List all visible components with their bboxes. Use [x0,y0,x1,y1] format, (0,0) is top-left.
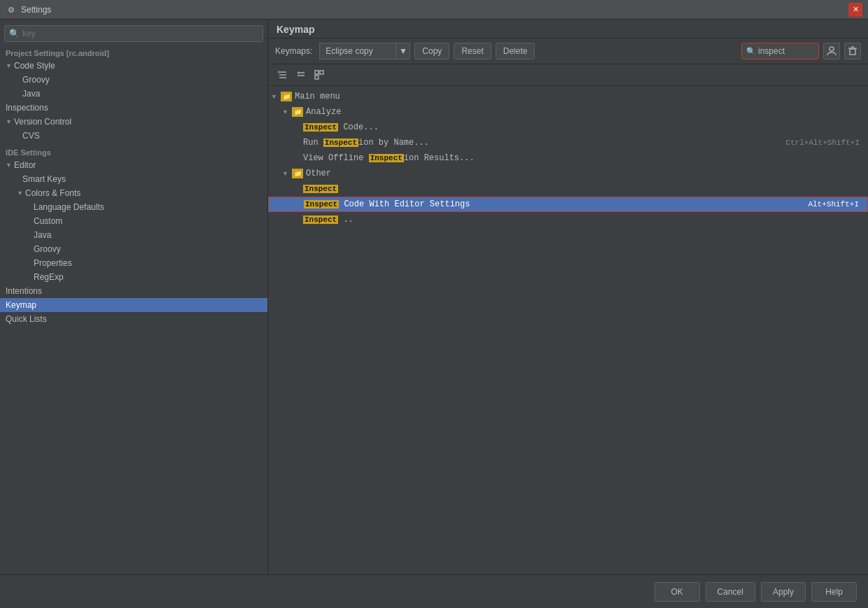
sidebar-item-quick-lists[interactable]: Quick Lists [0,312,267,326]
km-inspect-action[interactable]: Inspect [268,181,868,197]
close-button[interactable]: ✕ [848,3,862,17]
inspect-editor-highlight: Inspect [304,200,339,208]
sidebar-item-label: Java [0,230,51,240]
inspect-action-highlight: Inspect [303,185,338,193]
bottom-bar: OK Cancel Apply Help [0,574,868,608]
km-analyze-label: Analyze [306,107,862,117]
km-inspect-editor-shortcut: Alt+Shift+I [808,200,859,208]
sidebar-item-editor[interactable]: ▼ Editor [0,158,267,172]
sidebar-item-label: Groovy [0,244,61,254]
sidebar-item-label: Intentions [0,286,42,296]
collapse-all-button[interactable] [293,67,309,83]
km-main-menu-label: Main menu [295,92,862,101]
svg-rect-13 [315,76,318,79]
sidebar-search-input[interactable] [22,29,258,38]
expand-all-button[interactable] [275,67,290,83]
user-icon [826,45,837,57]
km-run-inspection-shortcut: Ctrl+Alt+Shift+I [785,139,860,147]
sidebar-item-keymap[interactable]: Keymap [0,298,267,312]
sidebar-item-smart-keys[interactable]: Smart Keys [0,172,267,186]
other-folder-icon: 📁 [292,169,303,178]
sidebar-item-label: ▼ Editor [0,160,36,170]
km-inspect-dots-label: Inspect .. [303,215,860,225]
main-container: 🔍 Project Settings [rc.android] ▼ Code S… [0,20,868,574]
km-inspect-action-label: Inspect [303,184,860,194]
panel-title: Keymap [268,20,868,38]
sidebar-item-properties[interactable]: Properties [0,256,267,270]
project-settings-header: Project Settings [rc.android] [0,46,267,59]
sidebar-item-regexp[interactable]: RegExp [0,270,267,284]
sidebar-item-version-control[interactable]: ▼ Version Control [0,115,267,129]
sidebar-item-groovy[interactable]: Groovy [0,73,267,87]
colors-fonts-arrow: ▼ [17,190,25,197]
user-icon-button[interactable] [823,43,840,59]
ok-button[interactable]: OK [654,582,700,602]
sidebar-item-inspections[interactable]: Inspections [0,101,267,115]
delete-button[interactable]: Delete [496,43,536,59]
keymaps-label: Keymaps: [275,46,312,56]
sidebar-item-code-style[interactable]: ▼ Code Style [0,59,267,73]
sidebar-item-java[interactable]: Java [0,87,267,101]
code-style-arrow: ▼ [6,62,14,69]
sidebar-item-cvs[interactable]: CVS [0,129,267,143]
search-icon: 🔍 [9,29,20,38]
right-panel: Keymap Keymaps: Eclipse copy ▼ Copy Rese… [268,20,868,574]
svg-rect-12 [320,71,323,74]
sidebar-search-wrapper[interactable]: 🔍 [4,25,263,42]
svg-point-2 [830,47,834,51]
sidebar-item-colors-fonts[interactable]: ▼ Colors & Fonts [0,186,267,200]
settings-icon [6,4,17,15]
km-main-menu[interactable]: ▼ 📁 Main menu [268,89,868,104]
km-analyze[interactable]: ▼ 📁 Analyze [268,104,868,120]
sidebar-item-label: Language Defaults [0,202,104,212]
ide-settings-header: IDE Settings [0,146,267,158]
km-other-label: Other [306,169,862,178]
km-run-inspection[interactable]: Run Inspection by Name... Ctrl+Alt+Shift… [268,135,868,150]
sidebar-item-label: CVS [0,131,40,141]
km-other[interactable]: ▼ 📁 Other [268,166,868,181]
km-inspect-dots[interactable]: Inspect .. [268,212,868,227]
sidebar-item-label: Properties [0,258,72,268]
sidebar-item-label: ▼ Version Control [0,117,71,127]
collapse-icon [295,69,307,80]
help-button[interactable]: Help [811,582,857,602]
sidebar-item-label: RegExp [0,272,64,282]
keymap-value[interactable]: Eclipse copy [319,43,396,59]
analyze-folder-icon: 📁 [292,107,303,117]
km-inspect-code-editor[interactable]: Inspect Code With Editor Settings Alt+Sh… [268,197,868,212]
editor-arrow: ▼ [6,162,14,169]
svg-rect-3 [850,49,855,55]
inspect-highlight: Inspect [303,123,338,132]
sidebar-item-language-defaults[interactable]: Language Defaults [0,200,267,214]
km-view-offline[interactable]: View Offline Inspection Results... [268,150,868,166]
titlebar: Settings ✕ [0,0,868,20]
window-title: Settings [21,5,848,15]
folder-icon: 📁 [281,92,292,101]
km-run-inspection-label: Run Inspection by Name... [303,138,785,148]
keymap-toolbar: Keymaps: Eclipse copy ▼ Copy Reset Delet… [268,38,868,64]
sidebar: 🔍 Project Settings [rc.android] ▼ Code S… [0,20,268,574]
keymap-tree: ▼ 📁 Main menu ▼ 📁 Analyze Inspect Code..… [268,86,868,574]
settings-tree-icon [314,69,325,80]
cancel-button[interactable]: Cancel [706,582,755,602]
sidebar-item-java-cf[interactable]: Java [0,228,267,242]
reset-button[interactable]: Reset [454,43,491,59]
copy-button[interactable]: Copy [414,43,449,59]
sidebar-item-label: Smart Keys [0,174,66,184]
inspect-dots-highlight: Inspect [303,215,338,224]
keymap-dropdown-button[interactable]: ▼ [396,43,410,59]
sidebar-item-custom[interactable]: Custom [0,214,267,228]
delete-shortcut-button[interactable] [844,43,861,59]
trash-icon [847,45,858,57]
analyze-arrow: ▼ [282,108,292,115]
km-inspect-editor-label: Inspect Code With Editor Settings [304,199,808,209]
sidebar-item-label: Inspections [0,103,48,113]
sidebar-item-groovy-cf[interactable]: Groovy [0,242,267,256]
keymap-search-input[interactable] [758,46,814,56]
km-inspect-code-label: Inspect Code... [303,122,860,132]
svg-rect-11 [315,71,318,74]
settings-button[interactable] [312,67,327,83]
apply-button[interactable]: Apply [761,582,806,602]
km-inspect-code[interactable]: Inspect Code... [268,120,868,135]
sidebar-item-intentions[interactable]: Intentions [0,284,267,298]
